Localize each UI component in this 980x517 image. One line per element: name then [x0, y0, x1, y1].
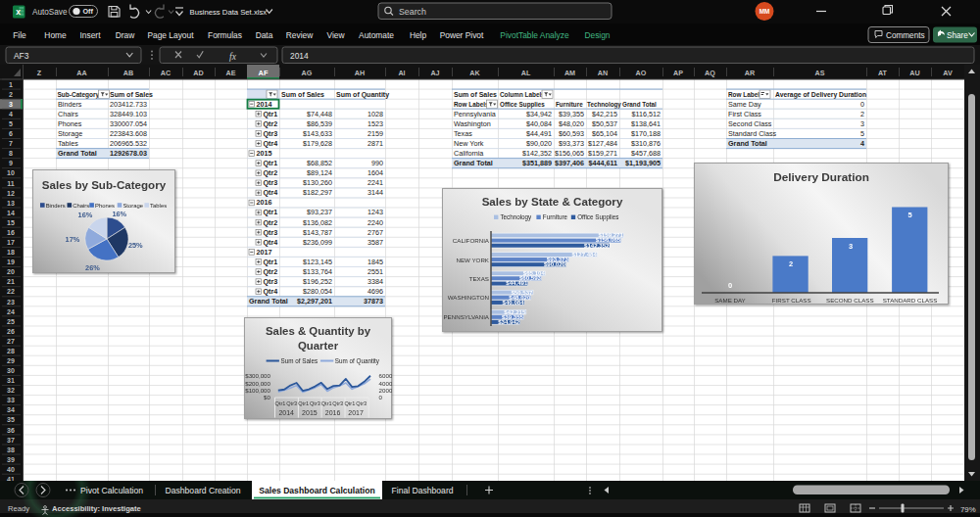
svg-text:Sum of Sales: Sum of Sales [110, 91, 153, 98]
svg-text:203412.733: 203412.733 [110, 100, 147, 109]
svg-text:AJ: AJ [430, 69, 439, 77]
svg-text:36: 36 [7, 427, 15, 434]
svg-text:$2,297,201: $2,297,201 [297, 297, 332, 306]
svg-text:Qtr1: Qtr1 [264, 258, 278, 266]
svg-text:Row Labels: Row Labels [728, 91, 763, 98]
svg-text:Sub-Category: Sub-Category [58, 91, 100, 99]
svg-text:16: 16 [7, 229, 15, 236]
svg-text:Standard Class: Standard Class [728, 129, 777, 138]
svg-text:Office Supplies: Office Supplies [577, 213, 618, 221]
svg-text:Pennsylvania: Pennsylvania [454, 110, 496, 118]
svg-text:2015: 2015 [302, 409, 318, 416]
svg-text:Column Labels: Column Labels [500, 91, 545, 98]
svg-text:Row Labels: Row Labels [454, 101, 489, 108]
svg-text:$143,633: $143,633 [303, 129, 332, 138]
svg-text:2159: 2159 [368, 129, 383, 138]
svg-text:Office Supplies: Office Supplies [500, 101, 545, 109]
svg-text:Qtr3: Qtr3 [332, 400, 343, 406]
svg-text:1845: 1845 [368, 258, 383, 266]
svg-text:$90,020: $90,020 [544, 260, 566, 267]
svg-text:$200,000: $200,000 [245, 380, 270, 387]
svg-text:34: 34 [7, 406, 15, 413]
svg-text:$93,237: $93,237 [307, 208, 332, 216]
svg-text:5: 5 [860, 129, 864, 138]
svg-text:$100,000: $100,000 [245, 387, 270, 394]
svg-text:Qtr1: Qtr1 [275, 400, 286, 406]
svg-text:AC: AC [161, 69, 171, 77]
svg-text:AE: AE [226, 69, 236, 77]
svg-text:Grand Total: Grand Total [249, 297, 288, 306]
svg-text:Off: Off [83, 7, 94, 16]
svg-text:$48,020: $48,020 [559, 119, 584, 128]
svg-text:2016: 2016 [325, 409, 341, 416]
svg-text:Qtr4: Qtr4 [264, 238, 278, 247]
svg-text:AH: AH [355, 69, 365, 77]
svg-text:19: 19 [7, 258, 15, 265]
svg-text:$34,942: $34,942 [526, 110, 552, 118]
svg-text:Draw: Draw [116, 30, 135, 40]
svg-text:$90,020: $90,020 [526, 139, 552, 148]
svg-text:$39,355: $39,355 [559, 110, 584, 118]
svg-text:Qtr1: Qtr1 [321, 400, 332, 406]
svg-text:$116,512: $116,512 [632, 110, 661, 118]
svg-text:2015: 2015 [257, 149, 272, 158]
svg-text:Qtr3: Qtr3 [264, 178, 278, 187]
svg-text:$136,082: $136,082 [303, 218, 332, 227]
svg-text:27: 27 [7, 338, 15, 345]
svg-text:Power Pivot: Power Pivot [440, 30, 484, 40]
svg-text:AV: AV [943, 69, 953, 77]
svg-text:Accessibility: Investigate: Accessibility: Investigate [52, 504, 141, 513]
svg-text:$44,491: $44,491 [526, 129, 552, 138]
svg-text:25%: 25% [128, 241, 143, 250]
svg-text:17%: 17% [66, 235, 80, 244]
svg-text:$123,145: $123,145 [303, 258, 332, 266]
svg-text:Same Day: Same Day [728, 100, 761, 109]
svg-text:Formulas: Formulas [208, 30, 242, 40]
svg-text:$34,942: $34,942 [498, 318, 520, 325]
svg-text:31: 31 [7, 377, 15, 384]
svg-text:Comments: Comments [886, 31, 925, 40]
svg-text:Share: Share [947, 31, 968, 40]
svg-text:AA: AA [76, 69, 86, 77]
svg-text:Z: Z [37, 69, 42, 77]
svg-text:16%: 16% [112, 210, 126, 218]
svg-text:330007.054: 330007.054 [110, 119, 147, 128]
svg-text:14: 14 [7, 210, 15, 216]
svg-text:11: 11 [7, 180, 15, 187]
svg-text:Storage: Storage [122, 203, 143, 209]
svg-text:7: 7 [9, 140, 13, 147]
svg-text:Delivery Duration: Delivery Duration [773, 170, 869, 184]
svg-text:2551: 2551 [368, 267, 383, 276]
svg-text:PENNSYLVANIA: PENNSYLVANIA [443, 313, 489, 320]
svg-text:6: 6 [9, 130, 13, 137]
svg-text:0: 0 [860, 100, 864, 109]
svg-text:2241: 2241 [368, 178, 383, 187]
svg-text:Qtr2: Qtr2 [264, 218, 278, 227]
svg-text:17: 17 [7, 239, 15, 246]
svg-text:Qtr1: Qtr1 [264, 110, 278, 118]
svg-text:Sales & Quantity by: Sales & Quantity by [266, 325, 371, 337]
svg-text:Qtr4: Qtr4 [264, 139, 278, 148]
svg-text:1604: 1604 [368, 168, 383, 177]
svg-text:Furniture: Furniture [543, 213, 568, 220]
svg-text:Phones: Phones [95, 203, 115, 209]
svg-text:$179,628: $179,628 [303, 139, 332, 148]
svg-text:Texas: Texas [454, 129, 472, 138]
svg-text:79%: 79% [960, 505, 976, 514]
svg-text:AQ: AQ [705, 69, 715, 77]
svg-text:fx: fx [229, 52, 237, 62]
svg-text:Quarter: Quarter [298, 340, 339, 352]
svg-text:Sum of Sales: Sum of Sales [281, 357, 318, 364]
svg-text:Insert: Insert [80, 30, 102, 40]
svg-text:Final Dashboard: Final Dashboard [391, 486, 453, 495]
svg-text:3144: 3144 [368, 188, 383, 197]
svg-text:40: 40 [7, 466, 15, 473]
svg-text:$40,084: $40,084 [503, 299, 525, 306]
svg-text:37873: 37873 [364, 297, 383, 306]
svg-text:24: 24 [7, 308, 15, 315]
svg-text:Ready: Ready [8, 504, 29, 513]
svg-text:WASHINGTON: WASHINGTON [448, 294, 489, 301]
svg-text:View: View [326, 30, 345, 40]
svg-text:26: 26 [7, 328, 15, 335]
svg-text:$44,491: $44,491 [506, 279, 528, 286]
